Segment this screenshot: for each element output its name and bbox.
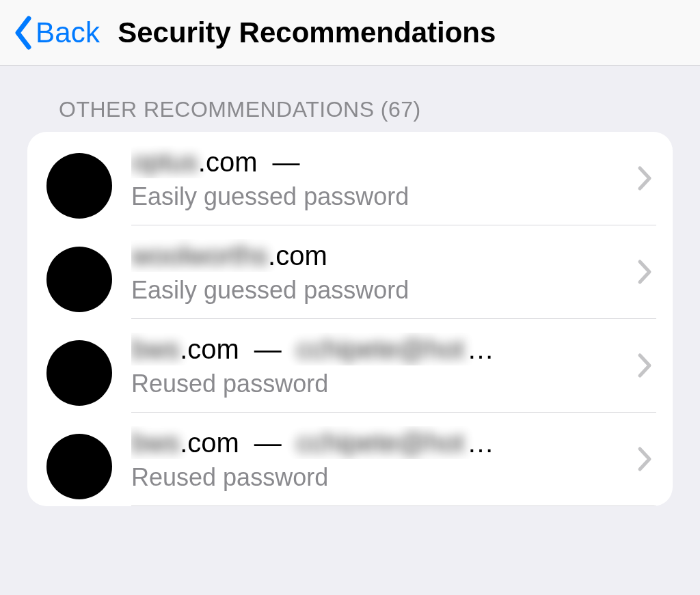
chevron-left-icon — [14, 16, 33, 50]
recommendation-row[interactable]: woolworths.com Easily guessed password — [27, 225, 673, 319]
row-body: woolworths.com Easily guessed password — [131, 239, 656, 319]
section-header: OTHER RECOMMENDATIONS (67) — [59, 97, 673, 122]
title-separator: — — [273, 146, 300, 178]
title-ellipsis: … — [467, 333, 494, 365]
row-text: bws.com — cchipete@hot… Reused password — [131, 333, 625, 398]
recommendation-row[interactable]: bws.com — cchipete@hot… Reused password — [27, 413, 673, 506]
username-redacted: cchipete@hot — [297, 333, 464, 365]
row-title: woolworths.com — [131, 239, 625, 272]
navigation-bar: Back Security Recommendations — [0, 0, 700, 66]
page-title: Security Recommendations — [118, 16, 496, 49]
row-text: woolworths.com Easily guessed password — [131, 239, 625, 305]
row-title: optus.com — — [131, 146, 625, 178]
section-header-label: OTHER RECOMMENDATIONS — [59, 97, 374, 122]
title-separator: — — [254, 426, 282, 459]
chevron-right-icon — [637, 259, 652, 285]
title-ellipsis: … — [467, 426, 494, 459]
domain-name-redacted: bws — [131, 426, 180, 459]
row-title: bws.com — cchipete@hot… — [131, 426, 625, 459]
recommendation-row[interactable]: optus.com — Easily guessed password — [27, 132, 673, 225]
domain-name-redacted: woolworths — [131, 239, 268, 272]
domain-suffix: .com — [198, 146, 258, 178]
row-subtitle: Reused password — [131, 463, 625, 492]
chevron-right-icon — [637, 446, 652, 472]
row-text: optus.com — Easily guessed password — [131, 146, 625, 211]
site-avatar — [46, 434, 112, 499]
row-subtitle: Reused password — [131, 370, 625, 398]
chevron-right-icon — [637, 352, 652, 378]
chevron-right-icon — [637, 165, 652, 191]
site-avatar — [46, 153, 112, 219]
row-body: bws.com — cchipete@hot… Reused password — [131, 333, 656, 413]
recommendations-list: optus.com — Easily guessed password wool… — [27, 132, 673, 506]
back-button[interactable]: Back — [14, 16, 100, 50]
row-subtitle: Easily guessed password — [131, 182, 625, 211]
domain-name-redacted: bws — [131, 333, 180, 365]
section-count: 67 — [388, 97, 414, 122]
domain-suffix: .com — [180, 426, 239, 459]
site-avatar — [46, 340, 112, 406]
row-body: optus.com — Easily guessed password — [131, 146, 656, 225]
row-subtitle: Easily guessed password — [131, 276, 625, 305]
back-label: Back — [36, 16, 100, 49]
recommendation-row[interactable]: bws.com — cchipete@hot… Reused password — [27, 319, 673, 413]
row-text: bws.com — cchipete@hot… Reused password — [131, 426, 625, 492]
site-avatar — [46, 247, 112, 312]
domain-suffix: .com — [268, 239, 327, 272]
title-separator: — — [254, 333, 282, 365]
username-redacted: cchipete@hot — [297, 426, 464, 459]
domain-suffix: .com — [180, 333, 239, 365]
row-body: bws.com — cchipete@hot… Reused password — [131, 426, 656, 506]
row-title: bws.com — cchipete@hot… — [131, 333, 625, 365]
domain-name-redacted: optus — [131, 146, 198, 178]
